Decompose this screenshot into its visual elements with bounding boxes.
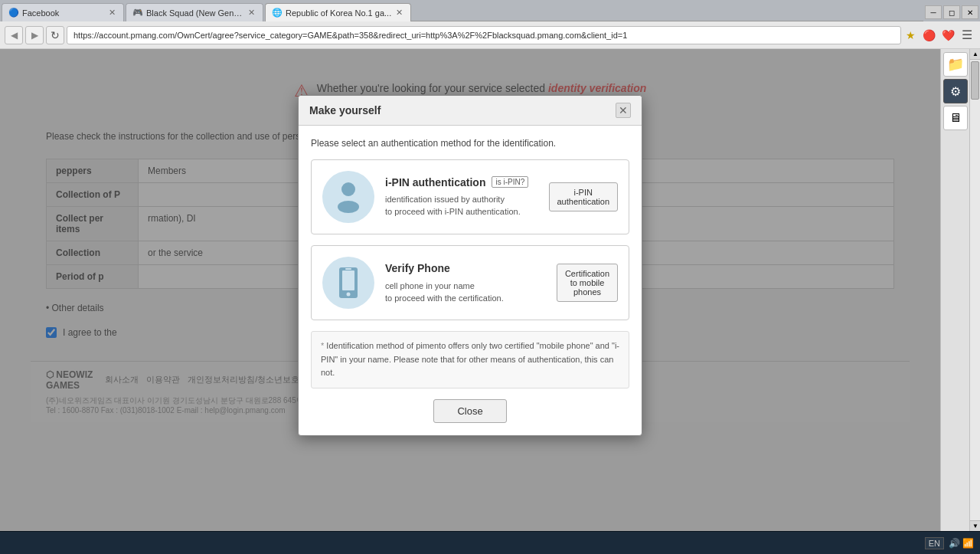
forward-button[interactable]: ▶ xyxy=(25,26,44,44)
tray-icon-1[interactable]: 🔊 xyxy=(949,538,960,549)
phone-title-row: Verify Phone xyxy=(385,261,546,275)
scroll-up-arrow[interactable]: ▲ xyxy=(970,49,980,60)
nav-bar: ◀ ▶ ↻ ★ 🔴 ❤️ ☰ xyxy=(0,21,980,49)
sidebar-item-folder[interactable]: 📁 xyxy=(943,52,968,77)
tray-icon-2[interactable]: 📶 xyxy=(962,538,974,549)
ipin-badge: is i-PIN? xyxy=(492,176,528,188)
ipin-desc-1: identification issued by authority xyxy=(385,193,538,206)
right-sidebar: 📁 ⚙ 🖥 xyxy=(940,49,969,531)
window-controls: ─ ◻ ✕ xyxy=(923,3,978,21)
menu-icon[interactable]: ☰ xyxy=(959,27,975,44)
tab-facebook[interactable]: 🔵 Facebook ✕ xyxy=(2,3,124,21)
back-button[interactable]: ◀ xyxy=(5,26,23,44)
note-text: Identification method of pimento offers … xyxy=(321,341,619,377)
tray-icons: 🔊 📶 xyxy=(949,538,974,549)
modal-title: Make yourself xyxy=(309,104,381,116)
browser-window: 🔵 Facebook ✕ 🎮 Black Squad (New Genera..… xyxy=(0,0,980,554)
tab-close-blacksquad[interactable]: ✕ xyxy=(247,8,256,18)
sidebar-item-steam[interactable]: ⚙ xyxy=(943,79,968,103)
tab-pmang[interactable]: 🌐 Republic of Korea No.1 ga... ✕ xyxy=(265,3,411,21)
phone-icon-container xyxy=(322,257,374,309)
close-window-button[interactable]: ✕ xyxy=(962,5,978,19)
tab-close-facebook[interactable]: ✕ xyxy=(107,8,117,18)
bookmark-icon[interactable]: ★ xyxy=(903,29,918,41)
svg-rect-3 xyxy=(342,270,354,290)
svg-point-0 xyxy=(341,182,355,196)
phone-name: Verify Phone xyxy=(385,262,450,274)
phone-desc-1: cell phone in your name xyxy=(385,280,546,293)
scroll-down-arrow[interactable]: ▼ xyxy=(970,520,980,531)
modal-subtitle: Please select an authentication method f… xyxy=(311,138,629,149)
addon-icon-2[interactable]: ❤️ xyxy=(939,27,956,44)
modal-footer: Close xyxy=(311,399,629,423)
modal: Make yourself ✕ Please select an authent… xyxy=(298,95,642,436)
page-area: ⚠ Whether you're looking for your servic… xyxy=(0,49,940,531)
scroll-track xyxy=(970,60,980,520)
modal-close-button[interactable]: ✕ xyxy=(616,103,631,118)
main-area: ⚠ Whether you're looking for your servic… xyxy=(0,49,980,531)
refresh-button[interactable]: ↻ xyxy=(46,26,64,44)
scroll-thumb[interactable] xyxy=(971,61,979,100)
ipin-title-row: i-PIN authentication is i-PIN? xyxy=(385,176,538,188)
tab-title-blacksquad: Black Squad (New Genera... xyxy=(146,8,243,18)
tab-bar: 🔵 Facebook ✕ 🎮 Black Squad (New Genera..… xyxy=(0,0,980,21)
ipin-info: i-PIN authentication is i-PIN? identific… xyxy=(385,176,538,218)
taskbar: EN 🔊 📶 xyxy=(0,531,980,554)
tab-title-facebook: Facebook xyxy=(22,8,104,18)
phone-desc-2: to proceed with the certification. xyxy=(385,292,546,305)
svg-point-1 xyxy=(338,201,359,213)
tab-close-pmang[interactable]: ✕ xyxy=(394,8,404,18)
sidebar-item-window[interactable]: 🖥 xyxy=(943,106,968,130)
minimize-button[interactable]: ─ xyxy=(925,5,942,19)
modal-close-bottom-button[interactable]: Close xyxy=(433,399,506,423)
addon-icon-1[interactable]: 🔴 xyxy=(920,27,937,44)
tab-title-pmang: Republic of Korea No.1 ga... xyxy=(286,8,391,18)
restore-button[interactable]: ◻ xyxy=(943,5,960,19)
person-icon xyxy=(334,181,363,213)
modal-note: * Identification method of pimento offer… xyxy=(311,331,629,388)
tab-blacksquad[interactable]: 🎮 Black Squad (New Genera... ✕ xyxy=(126,3,263,21)
phone-icon xyxy=(335,266,362,300)
mobile-cert-button[interactable]: Certification to mobile phones xyxy=(557,264,618,302)
address-bar[interactable] xyxy=(67,26,901,44)
phone-info: Verify Phone cell phone in your name to … xyxy=(385,261,546,305)
ipin-name: i-PIN authentication xyxy=(385,176,485,188)
modal-overlay[interactable]: Make yourself ✕ Please select an authent… xyxy=(0,49,940,531)
modal-body: Please select an authentication method f… xyxy=(299,126,642,435)
svg-point-4 xyxy=(347,293,351,297)
svg-rect-5 xyxy=(345,268,351,270)
modal-header: Make yourself ✕ xyxy=(299,96,642,126)
language-indicator[interactable]: EN xyxy=(925,537,944,549)
system-tray: EN 🔊 📶 xyxy=(925,537,974,549)
ipin-desc-2: to proceed with i-PIN authentication. xyxy=(385,205,538,218)
ipin-auth-button[interactable]: i-PIN authentication xyxy=(549,182,619,211)
scrollbar: ▲ ▼ xyxy=(969,49,980,531)
tab-favicon-pmang: 🌐 xyxy=(272,8,283,18)
phone-option: Verify Phone cell phone in your name to … xyxy=(311,245,629,320)
ipin-icon xyxy=(322,171,374,223)
tab-favicon-blacksquad: 🎮 xyxy=(132,8,143,18)
ipin-option: i-PIN authentication is i-PIN? identific… xyxy=(311,159,629,234)
tab-favicon-facebook: 🔵 xyxy=(8,8,19,18)
